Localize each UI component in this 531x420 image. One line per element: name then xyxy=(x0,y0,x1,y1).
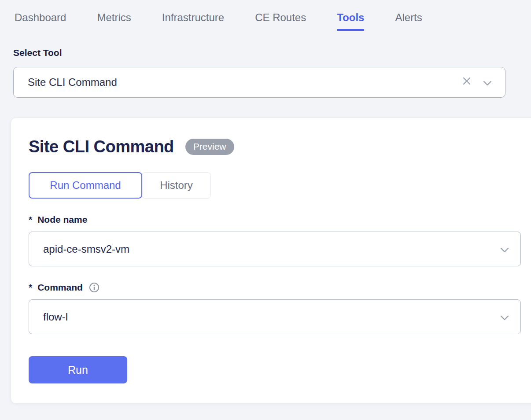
chevron-down-icon xyxy=(483,76,492,88)
info-icon[interactable] xyxy=(89,282,100,293)
node-name-value: apid-ce-smsv2-vm xyxy=(43,243,500,255)
nav-tab-infrastructure[interactable]: Infrastructure xyxy=(162,11,224,29)
tab-run-command[interactable]: Run Command xyxy=(29,172,142,199)
preview-badge: Preview xyxy=(185,139,234,155)
tool-select-combobox[interactable]: Site CLI Command xyxy=(13,67,505,98)
tool-select-dropdown-button[interactable] xyxy=(481,74,494,90)
nav-tab-alerts[interactable]: Alerts xyxy=(395,11,422,29)
command-select[interactable]: flow-l xyxy=(29,299,521,334)
tool-select-value: Site CLI Command xyxy=(28,76,460,88)
tool-select-section: Select Tool Site CLI Command xyxy=(13,48,518,98)
panel-tabs: Run Command History xyxy=(29,172,531,199)
site-cli-command-panel: Site CLI Command Preview Run Command His… xyxy=(11,118,531,404)
nav-tab-dashboard[interactable]: Dashboard xyxy=(15,11,66,29)
clear-selection-button[interactable] xyxy=(460,74,473,90)
tab-history[interactable]: History xyxy=(142,172,211,199)
node-name-label-text: Node name xyxy=(37,214,87,225)
nav-tab-ce-routes[interactable]: CE Routes xyxy=(255,11,306,29)
command-value: flow-l xyxy=(43,311,500,323)
select-tool-label: Select Tool xyxy=(13,48,518,58)
required-marker: * xyxy=(29,282,32,293)
run-button[interactable]: Run xyxy=(29,356,127,383)
required-marker: * xyxy=(29,214,32,225)
x-icon xyxy=(462,76,472,88)
command-label: * Command xyxy=(29,282,531,293)
panel-header: Site CLI Command Preview xyxy=(29,137,531,156)
top-navigation: Dashboard Metrics Infrastructure CE Rout… xyxy=(0,0,531,31)
chevron-down-icon xyxy=(500,243,509,255)
nav-tab-metrics[interactable]: Metrics xyxy=(97,11,131,29)
panel-title: Site CLI Command xyxy=(29,137,174,156)
node-name-field: * Node name apid-ce-smsv2-vm xyxy=(29,214,531,266)
chevron-down-icon xyxy=(500,311,509,323)
nav-tab-tools[interactable]: Tools xyxy=(337,11,364,31)
command-field: * Command flow-l xyxy=(29,282,531,334)
node-name-select[interactable]: apid-ce-smsv2-vm xyxy=(29,232,521,266)
node-name-label: * Node name xyxy=(29,214,531,225)
command-label-text: Command xyxy=(37,282,83,293)
